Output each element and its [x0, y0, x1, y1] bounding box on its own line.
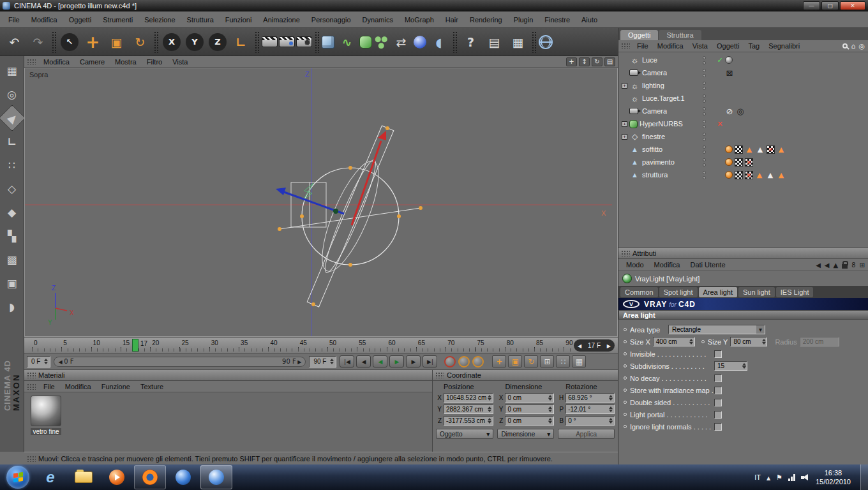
viewport-menu-item[interactable]: Camere	[75, 57, 110, 67]
object-name[interactable]: struttura	[642, 171, 668, 179]
frame-decrement-icon[interactable]	[578, 342, 581, 349]
spinner-icon[interactable]	[486, 394, 492, 402]
object-row[interactable]: Luce	[618, 54, 868, 66]
autokeying-button[interactable]	[458, 356, 470, 368]
spinner-icon[interactable]	[486, 417, 492, 425]
keyframe-mode-icon[interactable]: ▦	[572, 355, 586, 368]
parameter-key-icon[interactable]: ⊞	[540, 355, 554, 368]
material-item[interactable]: vetro fine	[28, 396, 64, 448]
coordinate-input[interactable]: 10648.523 cm	[444, 393, 493, 403]
section-header[interactable]: Area light	[618, 310, 868, 320]
menu-item[interactable]: Rendering	[464, 13, 508, 26]
taskbar-internet-explorer-icon[interactable]: e	[34, 465, 66, 489]
uvw-tag-icon[interactable]	[735, 171, 743, 179]
spinner-icon[interactable]	[329, 357, 334, 366]
link-icon[interactable]: 8	[851, 262, 855, 269]
view-label[interactable]: Sopra	[29, 71, 48, 78]
viewport-menu-item[interactable]: Vista	[167, 57, 193, 67]
spinner-icon[interactable]	[547, 417, 553, 425]
expand-toggle-icon[interactable]	[622, 83, 627, 89]
play-forwards-button[interactable]: ▶	[389, 355, 404, 368]
coordinate-input[interactable]: 68.926 °	[565, 393, 615, 403]
next-object-icon[interactable]: ◀	[825, 262, 830, 269]
taskbar-cinema4d-icon[interactable]	[200, 465, 232, 489]
object-manager-tab[interactable]: Oggetti	[620, 30, 658, 40]
object-row[interactable]: struttura	[618, 168, 868, 181]
current-frame-marker[interactable]	[132, 339, 138, 352]
goto-start-button[interactable]: |◀	[340, 355, 354, 368]
object-name[interactable]: Camera	[642, 69, 667, 77]
menu-item[interactable]: Aiuto	[576, 13, 603, 26]
maximize-button[interactable]	[821, 1, 839, 10]
object-name[interactable]: soffitto	[642, 145, 662, 153]
object-name[interactable]: Luce.Target.1	[642, 94, 685, 102]
scale-tool-icon[interactable]: ▣	[105, 31, 128, 53]
xuvw-tag-icon[interactable]	[745, 171, 753, 179]
render-settings-icon[interactable]	[296, 36, 312, 47]
object-name[interactable]: HyperNURBS	[640, 120, 683, 128]
menu-item[interactable]: Funzioni	[220, 13, 258, 26]
panel-grip[interactable]	[27, 59, 36, 65]
triw-tag-icon[interactable]	[766, 170, 775, 179]
panel-grip[interactable]	[621, 250, 630, 256]
uvw-tag-icon[interactable]	[735, 145, 743, 154]
viewport[interactable]: Sopra Z X	[24, 68, 618, 337]
materials-menu-item[interactable]: Texture	[135, 382, 168, 392]
object-row[interactable]: Camera	[618, 66, 868, 79]
render-picture-viewer-icon[interactable]	[279, 36, 295, 47]
visibility-dots[interactable]	[693, 171, 715, 179]
attributes-menu-item[interactable]: Modo	[621, 260, 649, 270]
previous-object-icon[interactable]: ◀	[816, 262, 821, 269]
viewport-menu-item[interactable]: Filtro	[142, 57, 167, 67]
deformer-icon[interactable]: ◖	[428, 31, 450, 53]
xbox-tag-icon[interactable]	[725, 68, 734, 77]
symmetry-icon[interactable]: ⇄	[390, 31, 412, 53]
array-icon[interactable]	[373, 34, 389, 50]
previous-frame-button[interactable]: ◀	[356, 355, 371, 368]
range-slider-end-label[interactable]: 90 F	[282, 358, 301, 365]
model-mode-icon[interactable]: ◎	[3, 85, 22, 104]
spinner-icon[interactable]	[547, 394, 553, 402]
rotate-view-icon[interactable]: ↻	[592, 57, 602, 66]
frame-range-slider[interactable]: 0 F 90 F	[54, 357, 306, 367]
coordinate-input[interactable]: -12.01 °	[565, 405, 615, 414]
materials-menu-item[interactable]: File	[38, 382, 60, 392]
rotation-key-icon[interactable]: ↻	[524, 355, 538, 368]
anim-dot-icon[interactable]	[624, 364, 627, 368]
coordinate-input[interactable]: 0 °	[565, 416, 615, 426]
snap-settings-icon[interactable]: ◗	[3, 297, 22, 316]
anim-dot-icon[interactable]	[624, 401, 627, 404]
object-manager-tab[interactable]: Struttura	[659, 30, 701, 40]
object-manager-menu-item[interactable]: Vista	[688, 41, 712, 51]
menu-item[interactable]: Modifica	[26, 13, 63, 26]
coordinate-input[interactable]: 2882.367 cm	[444, 405, 493, 414]
ignore-normals-checkbox[interactable]	[714, 423, 722, 431]
content-browser-icon[interactable]: ▤	[483, 31, 505, 53]
anim-dot-icon[interactable]	[701, 340, 705, 343]
material-preview-sphere[interactable]	[31, 396, 61, 426]
spinner-icon[interactable]	[486, 405, 492, 413]
coordinate-input[interactable]: 0 cm	[505, 405, 554, 414]
menu-item[interactable]: Struttura	[181, 13, 220, 26]
panel-grip[interactable]	[27, 456, 36, 462]
phong-tag-icon[interactable]	[725, 145, 733, 153]
redo-icon[interactable]: ↷	[27, 31, 49, 53]
parent-object-icon[interactable]: ▲	[834, 262, 839, 269]
expand-toggle-icon[interactable]	[622, 134, 627, 140]
object-row[interactable]: lighting	[618, 79, 868, 92]
coordinates-manager-icon[interactable]: ▦	[507, 31, 529, 53]
network-icon[interactable]	[788, 474, 795, 481]
object-manager-menu-item[interactable]: File	[632, 41, 653, 51]
lock-z-axis-icon[interactable]: Z	[209, 33, 227, 51]
edge-mode-icon[interactable]: ◇	[3, 179, 22, 198]
texture-axis-mode-icon[interactable]: ▩	[3, 250, 22, 269]
tri-tag-icon[interactable]	[777, 170, 786, 179]
coordinate-footer-control[interactable]: Applica	[558, 429, 615, 439]
object-manager-menu-item[interactable]: Oggetti	[712, 41, 744, 51]
object-row[interactable]: Camera	[618, 105, 868, 117]
invisible-checkbox[interactable]	[714, 350, 722, 358]
visibility-dots[interactable]	[693, 145, 715, 154]
object-manager-menu-item[interactable]: Modifica	[653, 41, 688, 51]
anim-dot-icon[interactable]	[624, 389, 627, 392]
language-indicator[interactable]: IT	[754, 473, 761, 481]
